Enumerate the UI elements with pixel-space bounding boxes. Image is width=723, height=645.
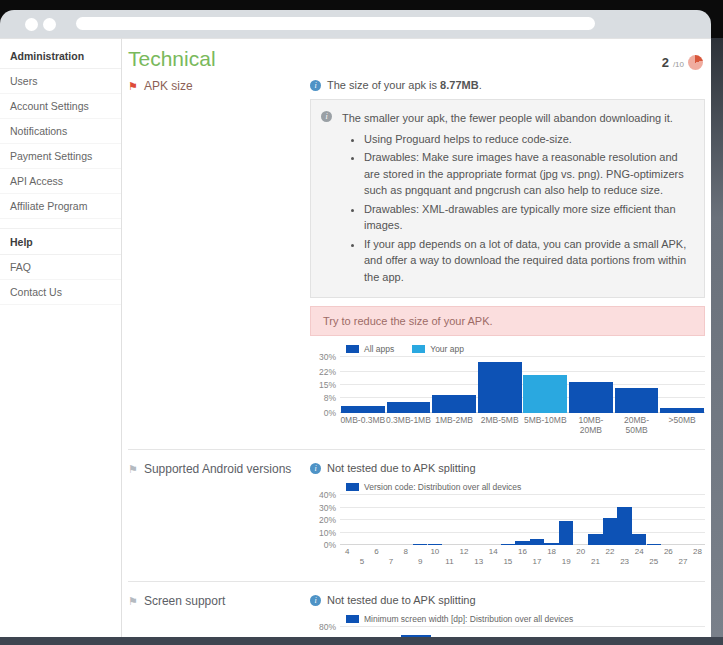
bar-slot — [340, 627, 370, 637]
bar-22 — [603, 518, 617, 546]
y-axis: 0%20%40%60%80% — [310, 627, 340, 637]
sidebar-item-payment-settings[interactable]: Payment Settings — [0, 144, 121, 169]
info-bullets: Using Proguard helps to reduce code-size… — [364, 131, 692, 286]
y-tick-label: 0% — [324, 540, 336, 550]
bar-slot — [462, 627, 492, 637]
x-tick-label: 27 — [676, 547, 691, 567]
bar-slot — [588, 495, 603, 545]
chart-plot-area: 0%10%20%30%40% — [310, 495, 705, 545]
x-tick-label: 28 — [690, 547, 705, 567]
x-axis-labels: 4 56 78 910 1112 1314 1516 1718 1920 212… — [340, 547, 705, 567]
bar-slot — [603, 495, 618, 545]
bar-slot — [340, 357, 386, 413]
status-line: iThe size of your apk is 8.77MB. — [310, 79, 705, 91]
bar-slot — [398, 495, 413, 545]
x-tick-label: 6 — [369, 547, 384, 567]
bar-slot — [515, 495, 530, 545]
bar-slot — [544, 495, 559, 545]
x-axis-labels: 0MB-0.3MB0.3MB-1MB1MB-2MB2MB-5MB5MB-10MB… — [340, 415, 705, 435]
section-label: APK size — [144, 79, 193, 93]
bar-slot — [413, 495, 428, 545]
x-tick-label: 2MB-5MB — [477, 415, 523, 435]
section-row: ⚑Screen supportiNot tested due to APK sp… — [128, 594, 705, 637]
sidebar-item-account-settings[interactable]: Account Settings — [0, 94, 121, 119]
x-tick-label: 0MB-0.3MB — [340, 415, 386, 435]
sidebar-item-affiliate-program[interactable]: Affiliate Program — [0, 194, 121, 219]
sidebar-item-api-access[interactable]: API Access — [0, 169, 121, 194]
sidebar-item-contact-us[interactable]: Contact Us — [0, 280, 121, 305]
page-title: Technical — [128, 47, 216, 71]
score-value: 2 — [662, 55, 669, 70]
x-tick-label: 19 — [559, 547, 574, 567]
flag-icon: ⚑ — [128, 463, 138, 475]
info-bullet: If your app depends on a lot of data, yo… — [364, 236, 692, 286]
bars — [340, 357, 705, 413]
bar-slot — [471, 495, 486, 545]
bar-slot — [428, 495, 443, 545]
bar-slot — [646, 495, 661, 545]
x-tick-label: 23 — [617, 547, 632, 567]
chart-plot-area: 0%20%40%60%80% — [310, 627, 705, 637]
x-tick-label: 25 — [646, 547, 661, 567]
section-row: ⚑APK sizeiThe size of your apk is 8.77MB… — [128, 79, 705, 435]
bar-1mb-2mb — [432, 395, 476, 413]
sidebar-section-header: Help — [0, 229, 121, 255]
flag-icon: ⚑ — [128, 80, 138, 92]
bar-slot — [574, 495, 589, 545]
x-tick-label: 26 — [661, 547, 676, 567]
sidebar-item-users[interactable]: Users — [0, 69, 121, 94]
legend-swatch-icon — [346, 615, 359, 623]
status-text: Not tested due to APK splitting — [327, 462, 476, 474]
bar-chart-supported-android-versions: Version code: Distribution over all devi… — [310, 482, 705, 567]
info-icon: i — [321, 111, 332, 122]
legend-item: All apps — [346, 344, 394, 354]
x-tick-label: 22 — [603, 547, 618, 567]
section-value-col: iNot tested due to APK splittingMinimum … — [310, 594, 705, 637]
bar-slot — [370, 627, 400, 637]
bar-17 — [530, 539, 544, 545]
bar-slot — [431, 627, 461, 637]
bar-10mb-20mb — [569, 382, 613, 413]
chart-legend: All appsYour app — [346, 344, 705, 354]
scrollbar[interactable] — [711, 38, 723, 637]
info-box: iThe smaller your apk, the fewer people … — [310, 99, 705, 298]
bar-25 — [647, 544, 661, 545]
bar-slot — [553, 627, 583, 637]
bar-slot — [659, 357, 705, 413]
section-supported-android-versions: ⚑Supported Android versionsiNot tested d… — [128, 449, 705, 581]
y-tick-label: 30% — [319, 352, 336, 362]
bar-slot — [614, 357, 660, 413]
x-tick-label: 0.3MB-1MB — [386, 415, 432, 435]
plot — [340, 627, 705, 637]
browser-chrome — [0, 10, 711, 38]
bar-slot — [644, 627, 674, 637]
info-bullet: Drawables: XML-drawables are typically m… — [364, 201, 692, 234]
bar-slot — [614, 627, 644, 637]
section-label: Supported Android versions — [144, 462, 291, 476]
section-value-col: iThe size of your apk is 8.77MB.iThe sma… — [310, 79, 705, 435]
window-bottom-edge — [0, 637, 723, 645]
sidebar-section-gap — [0, 219, 121, 229]
chart-plot-area: 0%8%15%22%30% — [310, 357, 705, 413]
x-tick-label: 21 — [588, 547, 603, 567]
status-line: iNot tested due to APK splitting — [310, 594, 705, 606]
bar-slot — [369, 495, 384, 545]
info-bullet: Drawables: Make sure images have a reaso… — [364, 149, 692, 199]
x-tick-label: 4 — [340, 547, 355, 567]
x-tick-label: >50MB — [659, 415, 705, 435]
sidebar-item-faq[interactable]: FAQ — [0, 255, 121, 280]
section-value-col: iNot tested due to APK splittingVersion … — [310, 462, 705, 567]
sidebar-item-notifications[interactable]: Notifications — [0, 119, 121, 144]
bar-slot — [477, 357, 523, 413]
x-tick-label: 10MB-20MB — [568, 415, 614, 435]
legend-item: Minimum screen width [dp]: Distribution … — [346, 614, 573, 624]
info-box-content: The smaller your apk, the fewer people w… — [342, 110, 692, 285]
address-bar[interactable] — [76, 17, 595, 30]
window-dot-icon — [25, 18, 38, 31]
bar-slot — [355, 495, 370, 545]
bar-slot — [617, 495, 632, 545]
sidebar-section-header: Administration — [0, 43, 121, 69]
score-pie-icon — [688, 55, 703, 70]
bar-slot — [676, 495, 691, 545]
bar-slot — [431, 357, 477, 413]
